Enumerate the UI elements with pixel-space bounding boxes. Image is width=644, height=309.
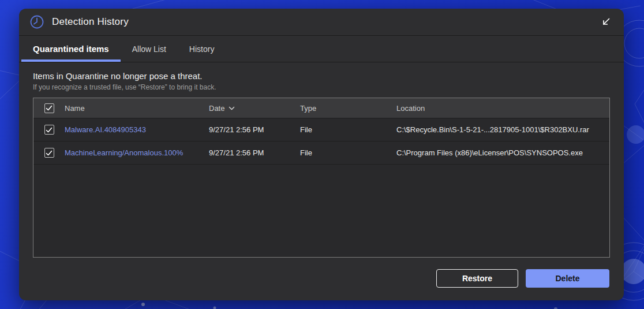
row-type: File xyxy=(300,148,396,157)
row-location: C:\Program Files (x86)\eLicenser\POS\SYN… xyxy=(396,148,609,157)
threat-name-link[interactable]: Malware.AI.4084905343 xyxy=(65,125,146,134)
detection-history-dialog: Detection History Quarantined items Allo… xyxy=(19,9,624,300)
table-row: Malware.AI.4084905343 9/27/21 2:56 PM Fi… xyxy=(33,118,609,141)
tab-history[interactable]: History xyxy=(178,36,226,62)
titlebar: Detection History xyxy=(19,9,624,36)
table-row: MachineLearning/Anomalous.100% 9/27/21 2… xyxy=(33,141,609,164)
chevron-down-icon xyxy=(229,105,235,111)
column-header-location: Location xyxy=(396,104,609,113)
tab-quarantined-items[interactable]: Quarantined items xyxy=(21,36,121,62)
checkmark-icon xyxy=(46,150,53,157)
dialog-title: Detection History xyxy=(52,16,129,28)
row-checkbox[interactable] xyxy=(44,148,54,158)
column-header-type: Type xyxy=(300,104,396,113)
restore-button[interactable]: Restore xyxy=(436,269,518,288)
table-header-row: Name Date Type Location xyxy=(33,98,609,118)
row-checkbox-cell xyxy=(33,148,65,158)
row-date: 9/27/21 2:56 PM xyxy=(209,148,300,157)
column-header-label: Date xyxy=(209,104,224,113)
delete-button[interactable]: Delete xyxy=(526,269,609,288)
quarantine-table: Name Date Type Location Malware.AI.40849… xyxy=(33,98,610,258)
tab-label: Quarantined items xyxy=(33,44,109,54)
tab-bar: Quarantined items Allow List History xyxy=(19,36,624,62)
threat-name-link[interactable]: MachineLearning/Anomalous.100% xyxy=(65,148,183,157)
table-empty-area xyxy=(33,164,609,257)
row-location: C:\$Recycle.Bin\S-1-5-21-...2817905-1001… xyxy=(396,125,609,134)
row-checkbox-cell xyxy=(33,125,65,135)
intro-subheading: If you recognize a trusted file, use “Re… xyxy=(33,83,610,91)
action-button-row: Restore Delete xyxy=(33,269,609,288)
arrow-down-left-icon xyxy=(601,17,611,27)
row-type: File xyxy=(300,125,396,134)
row-date: 9/27/21 2:56 PM xyxy=(209,125,300,134)
header-checkbox-cell xyxy=(33,103,65,113)
column-header-name: Name xyxy=(65,104,209,113)
tab-label: Allow List xyxy=(132,44,166,54)
intro-heading: Items in Quarantine no longer pose a thr… xyxy=(33,71,610,81)
tab-allow-list[interactable]: Allow List xyxy=(121,36,178,62)
column-header-date[interactable]: Date xyxy=(209,104,300,113)
intro-section: Items in Quarantine no longer pose a thr… xyxy=(33,71,610,91)
checkmark-icon xyxy=(46,105,53,111)
row-checkbox[interactable] xyxy=(44,125,54,135)
collapse-window-button[interactable] xyxy=(600,16,612,28)
clock-history-icon xyxy=(29,14,44,29)
tab-label: History xyxy=(189,44,215,54)
select-all-checkbox[interactable] xyxy=(44,103,54,113)
checkmark-icon xyxy=(46,126,53,133)
